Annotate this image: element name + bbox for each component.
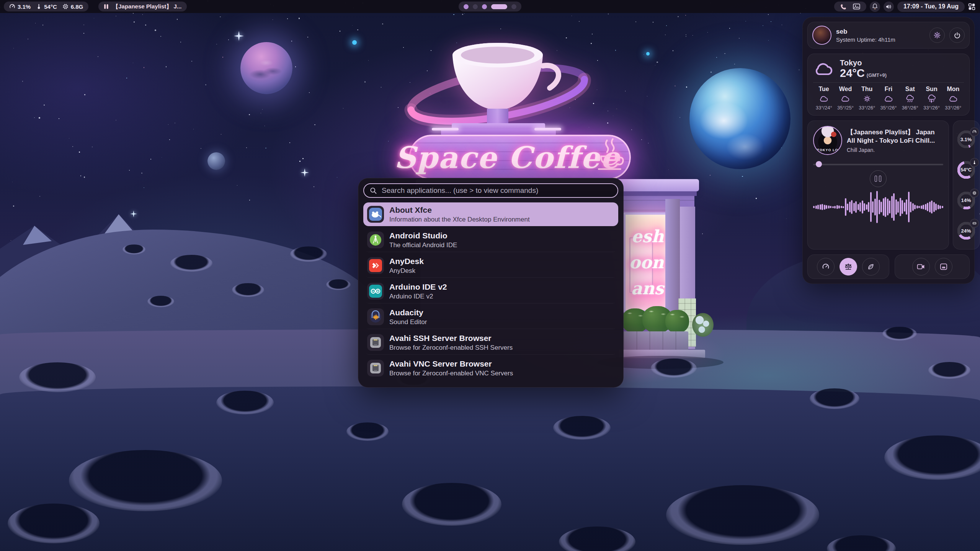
visualizer-bar [828, 205, 830, 209]
weather-forecast: Tue 33°/24° Wed 35°/25° Thu 33°/26° Fri [813, 86, 964, 111]
visualizer-bar [832, 206, 834, 208]
visualizer-bar [820, 204, 821, 210]
app-desc: Information about the Xfce Desktop Envir… [389, 215, 530, 223]
app-list: About Xfce Information about the Xfce De… [363, 202, 618, 380]
visualizer-bar [870, 192, 872, 222]
workspace-dot[interactable] [491, 4, 507, 9]
visualizer-bar [862, 201, 863, 214]
crater [810, 388, 859, 409]
crater [666, 485, 819, 545]
visualizer-bar [880, 202, 882, 212]
visualizer-bar [845, 198, 846, 216]
visualizer-bar [826, 205, 827, 209]
workspace-dot[interactable] [511, 4, 516, 9]
app-row-audacity[interactable]: Audacity Sound Editor [363, 305, 618, 329]
visualizer-bar [851, 200, 853, 214]
xfce-icon [367, 206, 384, 223]
crater [216, 391, 274, 414]
app-row-arduino[interactable]: Arduino IDE v2 Arduino IDE v2 [363, 279, 618, 303]
weather-current: Tokyo 24°C (GMT+9) [813, 59, 964, 79]
visualizer-bar [855, 201, 857, 213]
seek-knob[interactable] [816, 161, 822, 167]
control-panel: seb System Uptime: 4h11m Tokyo 24°C (GMT… [802, 17, 975, 284]
clock[interactable]: 17:09 - Tue, 19 Aug [897, 2, 965, 12]
workspace-dot[interactable] [473, 4, 478, 9]
power-profile-group [807, 254, 889, 279]
overview-grid-icon[interactable] [968, 3, 975, 10]
crater [170, 255, 212, 272]
audacity-icon [367, 308, 384, 325]
visualizer-bar [853, 203, 855, 211]
now-playing-pill[interactable]: 【Japanese Playlist】 J... [98, 2, 187, 11]
scales-icon [844, 262, 853, 271]
workspace-dot[interactable] [464, 4, 469, 9]
notifications-button[interactable] [870, 2, 880, 12]
visualizer-bar [891, 196, 893, 218]
balanced-button[interactable] [840, 258, 857, 276]
speedometer-icon [9, 3, 15, 10]
forecast-day: Fri 35°/26° [878, 86, 899, 111]
speedometer-icon [822, 263, 830, 271]
app-row-anydesk[interactable]: AnyDesk AnyDesk [363, 254, 618, 277]
visualizer-bar [813, 206, 815, 208]
app-name: About Xfce [389, 205, 530, 215]
tray-pill [834, 2, 866, 11]
settings-button[interactable] [929, 28, 945, 43]
visualizer-bar [841, 206, 842, 208]
app-row-android-studio[interactable]: Android Studio The official Android IDE [363, 228, 618, 252]
seek-bar[interactable] [813, 161, 943, 167]
visualizer-bar [887, 199, 889, 215]
chip-icon [970, 189, 979, 197]
search-box[interactable] [363, 183, 618, 198]
visualizer-bar [885, 197, 886, 217]
wallpaper-icon[interactable] [853, 3, 860, 10]
visualizer-bar [849, 202, 851, 212]
play-pause-button[interactable] [870, 170, 887, 187]
disk-gauge: 24% [956, 220, 977, 241]
visualizer-bar [906, 199, 907, 215]
search-icon [369, 187, 377, 194]
album-art: TOKYO LO [813, 126, 842, 155]
app-row-avahi-ssh[interactable]: Avahi SSH Server Browser Browse for Zero… [363, 331, 618, 354]
phone-icon[interactable] [840, 3, 847, 10]
powersave-button[interactable] [862, 258, 880, 276]
volume-button[interactable] [884, 2, 894, 12]
visualizer-bar [914, 205, 916, 209]
search-input[interactable] [381, 186, 612, 195]
visualizer-bar [910, 202, 911, 212]
screen-record-button[interactable] [912, 258, 930, 276]
track-title: 【Japanese Playlist】 Japan All Night - To… [847, 128, 943, 145]
crater [402, 483, 501, 526]
workspace-dot[interactable] [482, 4, 487, 9]
visualizer-bar [872, 201, 874, 213]
volume-icon [885, 4, 892, 10]
now-playing-info: TOKYO LO 【Japanese Playlist】 Japan All N… [813, 126, 943, 155]
crater [553, 416, 611, 440]
system-stats-pill: 3.1% 54°C 6.8G [4, 2, 88, 11]
cpu-gauge: 3.1% [956, 129, 977, 150]
app-row-about-xfce[interactable]: About Xfce Information about the Xfce De… [363, 202, 618, 226]
performance-button[interactable] [817, 258, 835, 276]
app-row-avahi-vnc[interactable]: Avahi VNC Server Browser Browse for Zero… [363, 356, 618, 380]
app-desc: The official Android IDE [389, 241, 457, 249]
crater [232, 283, 264, 297]
screenshot-button[interactable] [935, 258, 952, 276]
visualizer-bar [942, 206, 943, 208]
workspace-indicator[interactable] [459, 2, 521, 11]
temp-stat: 54°C [36, 3, 57, 10]
capture-group [895, 254, 970, 279]
app-desc: AnyDesk [389, 267, 424, 275]
crater [69, 450, 222, 511]
app-launcher: About Xfce Information about the Xfce De… [358, 178, 624, 388]
app-desc: Browse for Zeroconf-enabled VNC Servers [389, 369, 513, 377]
visualizer-bar [921, 205, 922, 209]
visualizer-bar [939, 205, 941, 209]
visualizer-bar [935, 204, 937, 210]
disk-icon [970, 219, 979, 228]
crater [928, 362, 970, 379]
chip-icon [62, 3, 69, 10]
visualizer-bar [908, 192, 910, 222]
topbar-right: 17:09 - Tue, 19 Aug [834, 2, 980, 12]
visualizer-bar [847, 204, 848, 210]
power-button[interactable] [949, 28, 965, 43]
